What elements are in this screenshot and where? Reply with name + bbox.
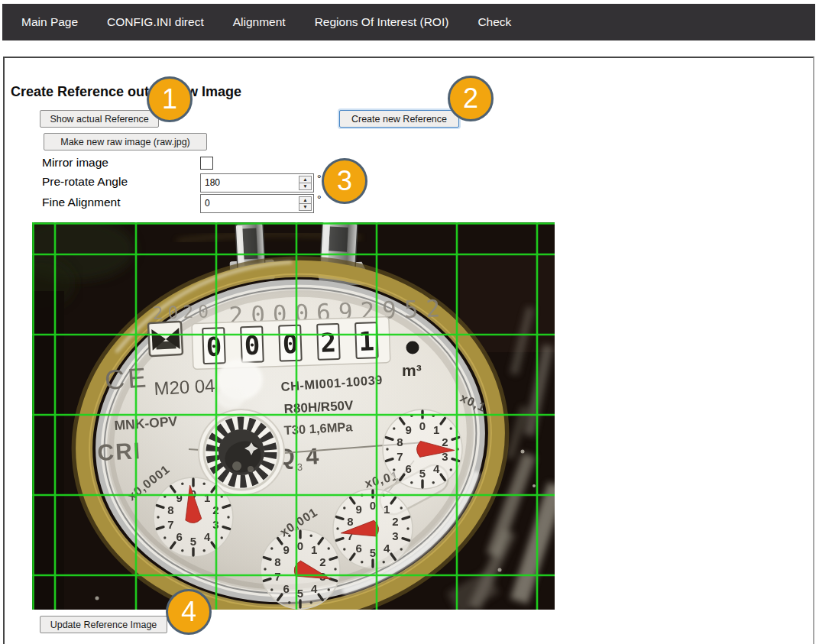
svg-text:9: 9 [406,423,412,436]
serial-prefix: 2020 [152,301,213,323]
svg-text:1: 1 [433,423,439,436]
page-title: Create Reference out of Raw Image [11,84,241,100]
q-value: 4 [306,443,320,469]
fine-alignment-input[interactable]: 0 ▲ ▼ [200,194,314,213]
svg-text:2: 2 [392,515,398,528]
svg-text:6: 6 [176,530,183,543]
make-new-raw-image-button[interactable]: Make new raw image (raw.jpg) [44,133,207,150]
annotation-circle-1: 1 [147,76,193,122]
pre-rotate-angle-label: Pre-rotate Angle [42,175,128,189]
svg-text:8: 8 [167,503,173,516]
svg-text:5: 5 [190,535,196,548]
svg-text:4: 4 [384,542,390,555]
unit-label: m³ [402,361,422,379]
svg-text:4: 4 [311,582,318,595]
pre-rotate-angle-input[interactable]: 180 ▲ ▼ [200,173,314,193]
svg-text:5: 5 [370,546,376,559]
svg-text:6: 6 [406,462,412,475]
counter-digit: 0 [206,331,222,362]
create-new-reference-button[interactable]: Create new Reference [339,110,459,128]
svg-text:1: 1 [384,503,390,516]
page-root: Main Page CONFIG.INI direct Alignment Re… [0,0,819,644]
q-sub: 3 [296,461,303,473]
fine-alignment-label: Fine Alignment [42,196,121,209]
svg-text:7: 7 [167,518,173,531]
flow-indicator-icon [148,322,183,356]
svg-text:4: 4 [433,462,440,475]
svg-text:7: 7 [397,450,403,463]
counter-dot-icon [406,341,419,354]
svg-text:6: 6 [283,582,290,595]
fine-alignment-spinner: ▲ ▼ [299,196,312,211]
counter-digit: 1 [358,325,375,357]
svg-text:8: 8 [397,435,403,448]
spinner-up-icon[interactable]: ▲ [299,197,311,204]
svg-text:3: 3 [392,529,398,542]
spinner-down-icon[interactable]: ▼ [299,204,311,210]
approval-text: M20 04 [154,375,215,399]
counter-window: 0 0 0 2 1 [192,317,390,370]
mirror-image-checkbox[interactable] [200,157,213,170]
svg-text:7: 7 [274,570,280,583]
svg-text:9: 9 [176,491,183,504]
reference-image: 2020 2000692952 0 [32,222,555,610]
svg-text:0: 0 [297,539,303,552]
pre-rotate-degree-sign: ° [317,173,322,185]
spinner-down-icon[interactable]: ▼ [299,183,311,189]
annotation-circle-4: 4 [166,589,212,635]
mirror-image-label: Mirror image [42,156,108,170]
svg-text:8: 8 [274,555,280,568]
fine-alignment-degree-sign: ° [317,193,322,205]
ce-mark: CE [104,361,151,396]
pre-rotate-spinner: ▲ ▼ [299,176,312,190]
svg-text:1: 1 [204,491,210,504]
svg-text:0: 0 [419,419,426,432]
svg-text:2: 2 [442,435,448,448]
svg-text:2: 2 [319,555,325,568]
svg-text:8: 8 [347,515,353,528]
svg-text:9: 9 [356,503,362,516]
svg-text:6: 6 [356,542,362,555]
pre-rotate-angle-value: 180 [205,174,220,192]
svg-text:5: 5 [419,467,426,480]
update-reference-image-button[interactable]: Update Reference Image [40,616,167,633]
fine-alignment-value: 0 [205,195,210,212]
top-navbar: Main Page CONFIG.INI direct Alignment Re… [2,4,815,40]
svg-text:4: 4 [204,530,211,543]
svg-text:1: 1 [311,543,317,556]
annotation-circle-2: 2 [448,76,494,121]
svg-text:5: 5 [297,587,303,600]
nav-main-page[interactable]: Main Page [7,15,92,29]
svg-text:0: 0 [370,499,376,512]
nav-check[interactable]: Check [463,15,526,29]
annotation-circle-3: 3 [322,158,367,204]
nav-alignment[interactable]: Alignment [219,15,300,29]
counter-digit: 2 [320,327,337,358]
svg-text:9: 9 [283,543,290,556]
nav-config-ini[interactable]: CONFIG.INI direct [92,15,219,29]
nav-roi[interactable]: Regions Of Interest (ROI) [300,15,464,29]
spinner-up-icon[interactable]: ▲ [299,176,311,183]
show-actual-reference-button[interactable]: Show actual Reference [40,110,159,128]
